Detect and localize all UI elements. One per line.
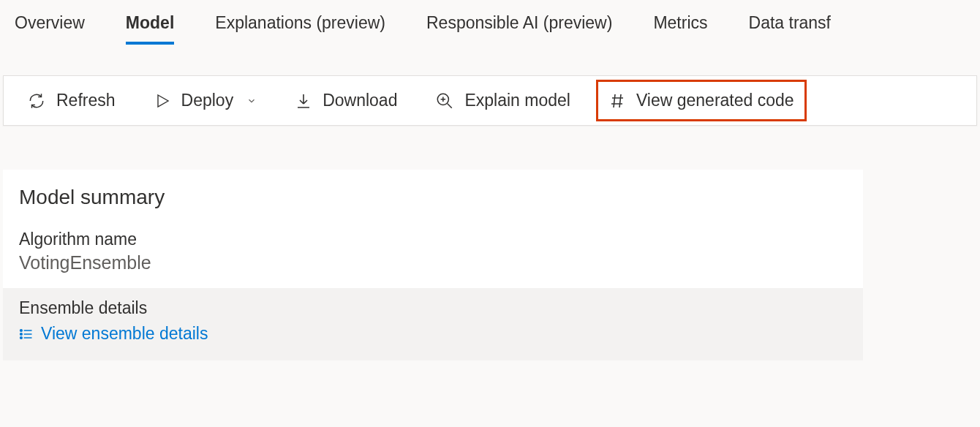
algorithm-field: Algorithm name VotingEnsemble (3, 230, 863, 288)
play-icon (154, 92, 171, 110)
algorithm-label: Algorithm name (19, 230, 847, 249)
model-summary-card: Model summary Algorithm name VotingEnsem… (3, 170, 863, 360)
magnify-plus-icon (435, 91, 454, 110)
algorithm-value: VotingEnsemble (19, 252, 847, 273)
download-icon (295, 92, 312, 110)
view-ensemble-details-link[interactable]: View ensemble details (19, 324, 208, 344)
explain-model-label: Explain model (464, 91, 570, 110)
ensemble-link-text: View ensemble details (41, 324, 208, 344)
view-code-highlight: View generated code (596, 80, 807, 121)
hash-icon (608, 92, 626, 110)
tab-responsible-ai[interactable]: Responsible AI (preview) (426, 13, 612, 43)
tab-bar: Overview Model Explanations (preview) Re… (0, 0, 980, 43)
tab-metrics[interactable]: Metrics (653, 13, 707, 43)
download-button[interactable]: Download (292, 86, 400, 115)
tab-overview[interactable]: Overview (15, 13, 85, 43)
explain-model-button[interactable]: Explain model (432, 86, 573, 115)
refresh-icon (27, 91, 46, 110)
view-generated-code-button[interactable]: View generated code (606, 86, 797, 115)
tab-explanations[interactable]: Explanations (preview) (215, 13, 385, 43)
deploy-button[interactable]: Deploy (151, 86, 260, 115)
svg-point-1 (20, 329, 23, 331)
svg-point-3 (20, 336, 23, 339)
list-icon (19, 327, 34, 341)
svg-point-2 (20, 333, 23, 335)
tab-data-transf[interactable]: Data transf (749, 13, 832, 43)
chevron-down-icon (246, 96, 257, 106)
view-code-label: View generated code (636, 91, 794, 110)
ensemble-details-section: Ensemble details View ensemble details (3, 288, 863, 360)
tab-model[interactable]: Model (126, 13, 174, 43)
deploy-label: Deploy (181, 91, 234, 110)
command-bar: Refresh Deploy Download Explain model Vi… (3, 75, 977, 126)
download-label: Download (323, 91, 397, 110)
refresh-button[interactable]: Refresh (24, 86, 118, 115)
model-summary-title: Model summary (3, 170, 863, 230)
refresh-label: Refresh (56, 91, 116, 110)
ensemble-details-label: Ensemble details (19, 298, 847, 318)
